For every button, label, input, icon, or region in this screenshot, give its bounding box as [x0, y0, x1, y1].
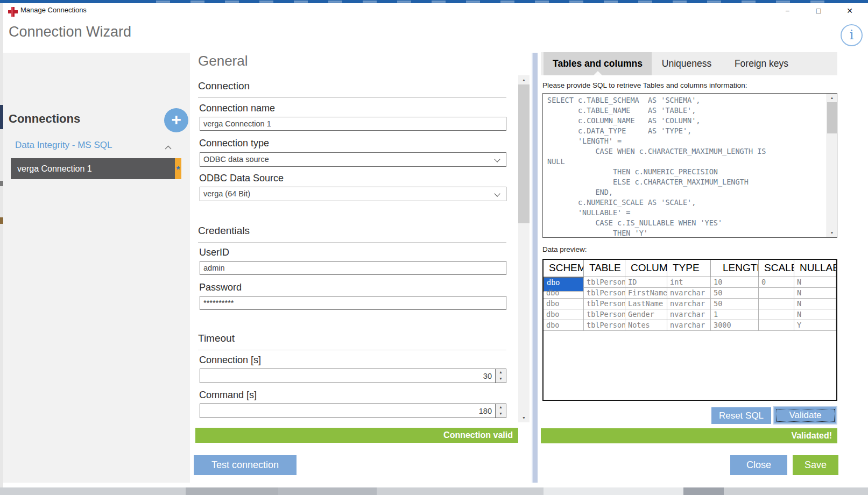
table-cell[interactable]: tblPerson — [584, 288, 625, 299]
table-cell[interactable]: tblPerson — [584, 309, 625, 320]
odbc-source-value: verga (64 Bit) — [203, 189, 250, 198]
connection-name-input[interactable] — [200, 117, 506, 131]
table-cell[interactable]: Gender — [625, 309, 667, 320]
scroll-up-icon[interactable]: ▲ — [518, 75, 530, 84]
odbc-source-label: ODBC Data Source — [199, 173, 284, 184]
table-cell[interactable]: dbo — [544, 320, 584, 331]
table-cell[interactable]: N — [794, 299, 836, 309]
spinner-arrows-icon[interactable]: ▲▼ — [495, 404, 506, 418]
table-cell[interactable]: nvarchar — [667, 320, 711, 331]
validate-button[interactable]: Validate — [773, 406, 837, 425]
close-button[interactable]: Close — [730, 455, 787, 475]
table-row[interactable]: dbotblPersonFirstNamenvarchar50N — [544, 288, 836, 299]
scrollbar-thumb[interactable] — [518, 84, 530, 223]
sidebar-item-connection[interactable]: verga Connection 1 * — [11, 158, 181, 179]
table-cell[interactable] — [759, 299, 794, 309]
maximize-button[interactable]: □ — [809, 5, 828, 17]
table-cell[interactable]: Y — [794, 320, 836, 331]
connection-type-select[interactable]: ODBC data source — [200, 152, 506, 167]
table-cell[interactable]: N — [794, 309, 836, 320]
active-tab-notch — [594, 71, 602, 75]
table-cell[interactable]: int — [667, 277, 711, 288]
background-fragment — [186, 487, 278, 495]
info-icon[interactable]: i — [841, 24, 863, 46]
column-header[interactable]: TYPE — [667, 260, 711, 277]
odbc-source-select[interactable]: verga (64 Bit) — [200, 187, 506, 201]
table-cell[interactable] — [759, 288, 794, 299]
background-window-text-blur — [156, 1, 831, 3]
table-cell[interactable]: nvarchar — [667, 288, 711, 299]
table-cell[interactable]: 0 — [759, 277, 794, 288]
password-input[interactable] — [200, 296, 506, 310]
tab-uniqueness[interactable]: Uniqueness — [652, 52, 722, 75]
table-row[interactable]: dbotblPersonLastNamenvarchar50N — [544, 299, 836, 309]
table-cell[interactable]: LastName — [625, 299, 667, 309]
data-preview-label: Data preview: — [542, 245, 587, 253]
table-cell[interactable]: N — [794, 277, 836, 288]
userid-input[interactable] — [200, 261, 506, 275]
save-button[interactable]: Save — [793, 455, 838, 475]
page-title: Connection Wizard — [9, 24, 131, 40]
table-cell[interactable]: 50 — [711, 299, 759, 309]
test-connection-button[interactable]: Test connection — [194, 455, 297, 475]
data-preview-table[interactable]: SCHEMATABLECOLUMNTYPELENGTHSCALENULLABLE… — [542, 259, 837, 401]
scrollbar-thumb[interactable] — [827, 102, 837, 133]
reset-sql-button[interactable]: Reset SQL — [711, 407, 771, 424]
background-window-top-edge — [0, 0, 868, 3]
column-header[interactable]: SCHEMA — [544, 260, 584, 277]
table-cell[interactable]: nvarchar — [667, 299, 711, 309]
sql-text[interactable]: SELECT c.TABLE_SCHEMA AS 'SCHEMA', c.TAB… — [547, 95, 826, 236]
panel-splitter[interactable] — [532, 53, 538, 483]
table-row[interactable]: dbotblPersonIDint100N — [544, 277, 836, 288]
table-cell[interactable]: N — [794, 288, 836, 299]
modified-marker: * — [175, 158, 181, 179]
minimize-button[interactable]: − — [778, 5, 796, 17]
table-cell[interactable]: ID — [625, 277, 667, 288]
sql-editor[interactable]: SELECT c.TABLE_SCHEMA AS 'SCHEMA', c.TAB… — [542, 93, 837, 238]
form-scrollbar[interactable]: ▲ ▼ — [518, 75, 530, 422]
table-cell[interactable]: Notes — [625, 320, 667, 331]
table-cell[interactable]: dbo — [544, 288, 584, 299]
chevron-down-icon — [494, 190, 500, 196]
table-cell[interactable]: dbo — [544, 299, 584, 309]
column-header[interactable]: LENGTH — [711, 260, 759, 277]
scroll-down-icon[interactable]: ▼ — [518, 413, 530, 422]
table-cell[interactable]: tblPerson — [584, 299, 625, 309]
table-cell[interactable]: dbo — [544, 309, 584, 320]
table-cell[interactable]: tblPerson — [584, 320, 625, 331]
timeout-section-heading: Timeout — [198, 333, 506, 350]
column-header[interactable]: COLUMN — [625, 260, 667, 277]
table-cell[interactable]: nvarchar — [667, 309, 711, 320]
column-header[interactable]: TABLE — [584, 260, 625, 277]
column-header[interactable]: NULLABLE — [794, 260, 836, 277]
command-timeout-stepper[interactable] — [200, 404, 506, 418]
table-cell[interactable]: 3000 — [711, 320, 759, 331]
connection-timeout-stepper[interactable] — [200, 369, 506, 383]
scroll-up-icon[interactable]: ▲ — [827, 94, 837, 102]
validated-status-bar: Validated! — [541, 428, 837, 443]
table-cell[interactable]: FirstName — [625, 288, 667, 299]
table-cell[interactable]: 1 — [711, 309, 759, 320]
tab-tables-and-columns[interactable]: Tables and columns — [544, 52, 652, 75]
background-fragment — [278, 487, 377, 495]
tab-foreign-keys[interactable]: Foreign keys — [722, 52, 801, 75]
scroll-down-icon[interactable]: ▼ — [827, 229, 837, 237]
sidebar-title: Connections — [9, 112, 80, 126]
close-icon[interactable]: ✕ — [841, 5, 859, 17]
userid-label: UserID — [199, 247, 229, 258]
chevron-up-icon[interactable] — [165, 142, 172, 152]
data-preview-body: dbotblPersonIDint100NdbotblPersonFirstNa… — [544, 277, 836, 331]
spinner-arrows-icon[interactable]: ▲▼ — [495, 369, 506, 383]
table-row[interactable]: dbotblPersonNotesnvarchar3000Y — [544, 320, 836, 331]
column-header[interactable]: SCALE — [759, 260, 794, 277]
table-cell[interactable]: 10 — [711, 277, 759, 288]
table-cell[interactable]: 50 — [711, 288, 759, 299]
tab-label: Foreign keys — [735, 58, 788, 69]
table-cell[interactable] — [759, 320, 794, 331]
sidebar-group-label[interactable]: Data Integrity - MS SQL — [15, 140, 112, 151]
table-cell[interactable]: tblPerson — [584, 277, 625, 288]
sql-scrollbar[interactable]: ▲ ▼ — [827, 94, 837, 237]
table-cell[interactable] — [759, 309, 794, 320]
table-row[interactable]: dbotblPersonGendernvarchar1N — [544, 309, 836, 320]
add-connection-button[interactable]: + — [164, 108, 188, 132]
